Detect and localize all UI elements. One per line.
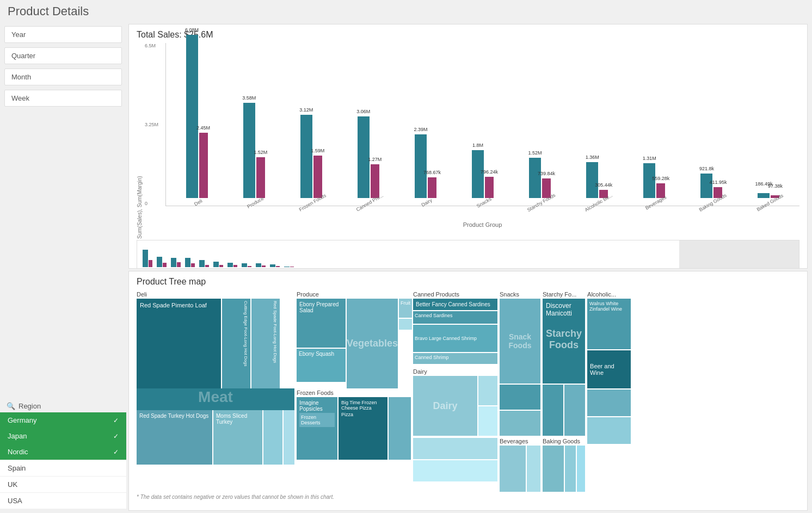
mini-scrollbar[interactable] [679,240,799,269]
dairy-bottom [413,438,497,481]
region-header: 🔍 Region [0,398,126,412]
region-item-usa[interactable]: USA [0,492,126,509]
dairy-small [478,376,497,436]
bar-frozen-sales: 3.12M [300,115,312,198]
bar-group-produce: 3.58M 1.52M Produce [229,103,279,206]
deli-top: Red Spade Pimento Loaf Cutting Edge Foot… [137,299,294,388]
dairy-main: Dairy [413,376,477,436]
mini-bar [157,257,162,267]
y-axis-label: Sum(Sales), Sum(Margin) [137,43,143,239]
x-label-dairy: Dairy [421,197,433,208]
treemap-section-title-dairy: Dairy [413,368,497,375]
mini-bar [256,263,261,267]
filter-year[interactable]: Year [4,26,122,43]
bar-deli-margin: 2.45M [199,133,208,198]
filter-quarter[interactable]: Quarter [4,47,122,64]
mini-bar-group [227,263,237,267]
region-item-japan[interactable]: Japan ✓ [0,428,126,444]
search-icon: 🔍 [7,402,15,410]
mini-bar-group [256,263,266,267]
starchy-b2 [564,385,585,436]
treemap-section-produce: Produce Ebony Prepared Salad Ebony Squas… [297,291,411,492]
deli-red-spade2: Red Spade Foot-Long Hot Dogs [251,299,280,388]
mini-chart[interactable] [137,240,799,269]
mini-bar-group [213,262,223,267]
canned-sardines: Canned Sardines [413,311,497,324]
mini-bars [137,240,679,269]
mini-bar [290,267,294,267]
filter-month[interactable]: Month [4,69,122,85]
dairy-content: Dairy [413,376,497,436]
chart-title: Total Sales: $25.6M [137,30,799,40]
bar-group-starchy: 1.52M 739.84k Starchy Foods [515,158,565,206]
treemap-section-alcoholic: Alcoholic... Walrus White Zinfandel Wine… [587,291,631,492]
x-axis-title: Product Group [165,221,799,228]
bar-group-baking: 921.8k 411.95k Baking Goods [686,174,737,206]
treemap-section-title-canned: Canned Products [413,291,497,298]
bar-group-beverages: 1.31M 559.28k Beverages [629,163,680,206]
mini-bar-group [199,260,209,267]
mini-bar [219,265,223,267]
mini-bar [276,266,280,267]
starchy-bottom [543,385,585,436]
filter-week[interactable]: Week [4,90,122,107]
frozen-small [389,397,411,460]
treemap-section-starchy: Starchy Fo... Discover Manicotti Starchy… [543,291,585,492]
bar-dairy-margin: 768.67k [428,177,436,198]
x-label-snacks: Snacks [476,196,493,209]
region-item-germany[interactable]: Germany ✓ [0,412,126,428]
deli-moms: Moms Sliced Turkey [213,410,262,465]
y-tick-low: 0 [145,201,164,206]
mini-bar-group [242,263,251,267]
deli-small2 [284,410,294,465]
mini-bar [171,258,176,267]
mini-bar [262,265,266,267]
produce-top: Ebony Prepared Salad Ebony Squash Vegeta… [297,299,411,388]
chart-panel: Total Sales: $25.6M Sum(Sales), Sum(Marg… [128,24,808,269]
deli-small1 [263,410,282,465]
produce-ebony-squash: Ebony Squash [297,349,346,382]
dairy-b1 [413,438,497,459]
mini-bar [143,250,148,267]
alcoholic-b1 [587,390,631,416]
mini-bar [227,263,233,267]
bar-dairy-sales: 2.39M [415,134,427,198]
canned-shrimp: Canned Shrimp [413,353,497,364]
mini-bar [242,263,247,267]
beverage-small [527,446,540,492]
bar-deli-sales: 6.08M [186,35,198,198]
checkmark-nordic: ✓ [113,448,119,456]
treemap-section-title-starchy: Starchy Fo... [543,291,585,298]
region-item-nordic[interactable]: Nordic ✓ [0,444,126,460]
y-tick-mid: 3.25M [145,122,164,127]
alcoholic-beer: Beer and Wine [587,350,631,388]
region-item-spain[interactable]: Spain [0,460,126,476]
bar-group-frozen: 3.12M 1.59M Frozen Foods [286,115,336,206]
alcoholic-b2 [587,417,631,444]
mini-bar [213,262,219,267]
deli-red-spade-pimento: Red Spade Pimento Loaf [137,299,221,388]
mini-bar [163,263,167,267]
mini-bar [199,260,205,267]
bar-group-alcoholic: 1.36M 305.44k Alcoholic Be... [572,162,623,206]
bar-group-snacks: 1.8M 796.24k Snacks [457,150,508,206]
page-title: Product Details [0,0,812,22]
bar-group-baked: 186.49k 97.38k Baked Goods [743,193,794,206]
frozen-big-time: Big Time Frozen Cheese Pizza Pizza [339,397,387,460]
treemap-section-deli: Deli Red Spade Pimento Loaf Cutting Edge… [137,291,294,492]
treemap-section-title-frozen: Frozen Foods [297,390,411,396]
treemap-title: Product Tree map [137,277,799,287]
baking-content [543,446,585,492]
beverage-content [500,446,540,492]
canned-better-fancy: Better Fancy Canned Sardines [413,299,497,310]
bar-canned-margin: 1.27M [371,164,379,198]
mini-bar [233,265,237,267]
treemap-section-title-deli: Deli [137,291,294,298]
snack-b2 [500,411,540,436]
deli-meat: Meat [137,388,294,410]
region-item-uk[interactable]: UK [0,476,126,492]
deli-turkey: Red Spade Turkey Hot Dogs [137,410,212,465]
treemap-section-snacks: Snacks Snack Foods Beverages [500,291,540,492]
mini-bar-group [185,258,195,267]
bar-label-deli-sales: 6.08M [185,27,199,33]
